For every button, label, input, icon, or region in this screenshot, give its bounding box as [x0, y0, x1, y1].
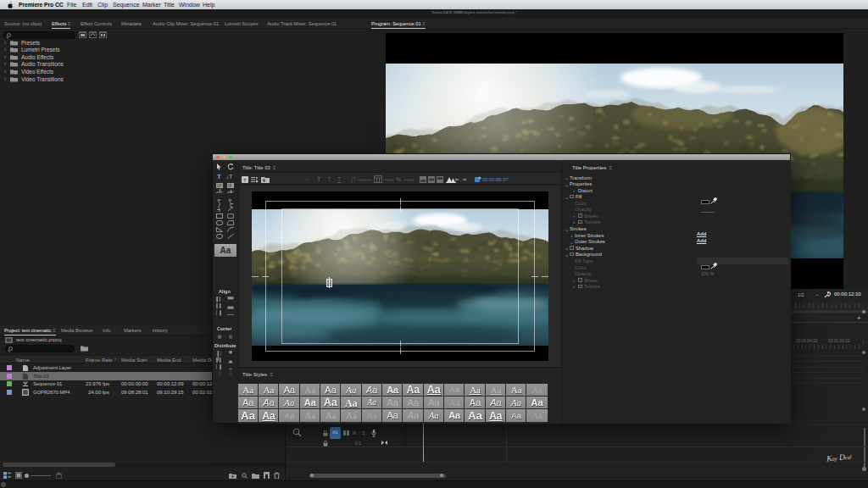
svg-text:T: T — [243, 177, 247, 182]
